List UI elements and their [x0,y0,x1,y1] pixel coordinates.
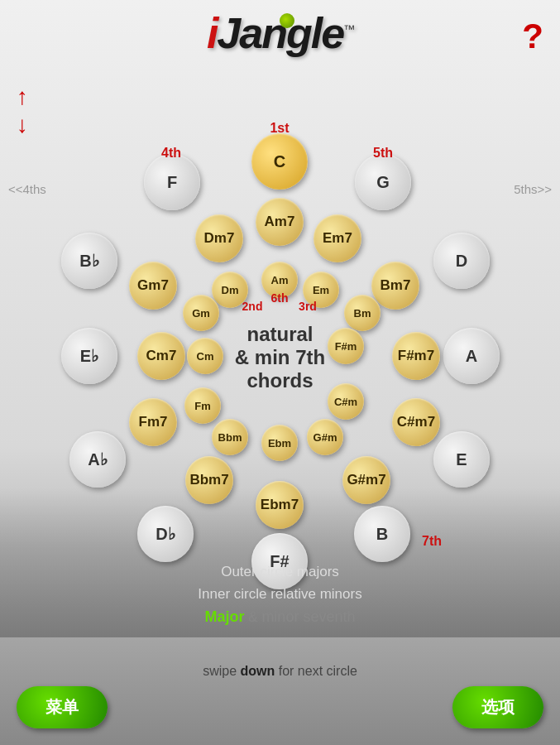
circle-Fm7[interactable]: Fm7 [129,398,177,446]
label-4th: 4th [161,146,181,161]
swipe-bold: down [241,664,275,678]
arrow-up-icon[interactable]: ↑ [17,83,28,111]
circle-Eb[interactable]: E♭ [61,328,117,384]
swipe-hint: swipe down for next circle [0,664,560,679]
options-button[interactable]: 选项 [452,686,543,728]
bottom-info: Outer circle majors Inner circle relativ… [0,560,560,629]
circle-D[interactable]: D [433,233,490,289]
logo: iJangle™ [207,8,353,58]
circle-Gshm[interactable]: G#m [307,419,343,455]
label-7th: 7th [422,534,442,549]
bottom-bar: 菜单 选项 [0,686,560,728]
circle-Fshm7[interactable]: F#m7 [392,332,440,380]
circle-A[interactable]: A [443,328,500,384]
swipe-text-before: swipe [203,664,240,678]
nav-label-fifths: 5ths>> [514,182,552,196]
circle-E[interactable]: E [433,431,490,488]
circle-Gshm7[interactable]: G#m7 [342,456,390,504]
info-major: Major [205,608,245,625]
label-6th: 6th [271,291,289,305]
circle-Fm[interactable]: Fm [184,387,221,424]
arrow-down-icon[interactable]: ↓ [17,111,28,139]
nav-label-fourths: <<4ths [8,182,46,196]
circle-Gm7[interactable]: Gm7 [129,262,177,310]
help-button[interactable]: ? [522,17,543,56]
label-1st: 1st [270,121,289,136]
info-line1: Outer circle majors [0,560,560,583]
info-line3: Major & minor seventh [0,605,560,629]
label-2nd: 2nd [242,300,263,313]
logo-dot [280,13,294,28]
circle-Bbm7[interactable]: Bbm7 [185,456,233,504]
circle-Bm7[interactable]: Bm7 [371,262,419,310]
circle-Am7[interactable]: Am7 [256,198,304,246]
circle-Cm[interactable]: Cm [187,338,223,374]
circle-Gm[interactable]: Gm [183,295,219,331]
logo-i: i [207,9,217,57]
info-line2: Inner circle relative minors [0,583,560,605]
swipe-text-after: for next circle [275,664,357,678]
info-amp: & [245,609,262,625]
label-5th: 5th [373,146,393,161]
circle-Em7[interactable]: Em7 [314,214,361,262]
circle-Cshm7[interactable]: C#m7 [392,398,440,446]
circle-Dm7[interactable]: Dm7 [195,214,243,262]
circle-Ebm[interactable]: Ebm [261,425,298,461]
circle-Fshm[interactable]: F#m [328,328,364,364]
circle-Ebm7[interactable]: Ebm7 [256,481,304,529]
circle-F[interactable]: F [144,154,200,210]
circle-Bb[interactable]: B♭ [61,233,117,289]
circle-Cshm[interactable]: C#m [328,383,364,420]
info-minor: minor seventh [261,608,355,625]
header: iJangle™ [0,8,560,58]
circle-B[interactable]: B [354,506,410,562]
circle-Bm[interactable]: Bm [344,295,381,331]
circle-C[interactable]: C [251,133,308,190]
navigation-arrows: ↑ ↓ [17,83,28,138]
circle-G[interactable]: G [355,154,411,210]
circle-Ab[interactable]: A♭ [69,431,126,488]
logo-tm: ™ [343,22,353,36]
menu-button[interactable]: 菜单 [17,686,108,728]
label-3rd: 3rd [299,300,317,313]
circle-Cm7[interactable]: Cm7 [137,332,185,380]
circle-Bbm[interactable]: Bbm [212,419,248,455]
circle-Db[interactable]: D♭ [137,506,194,562]
